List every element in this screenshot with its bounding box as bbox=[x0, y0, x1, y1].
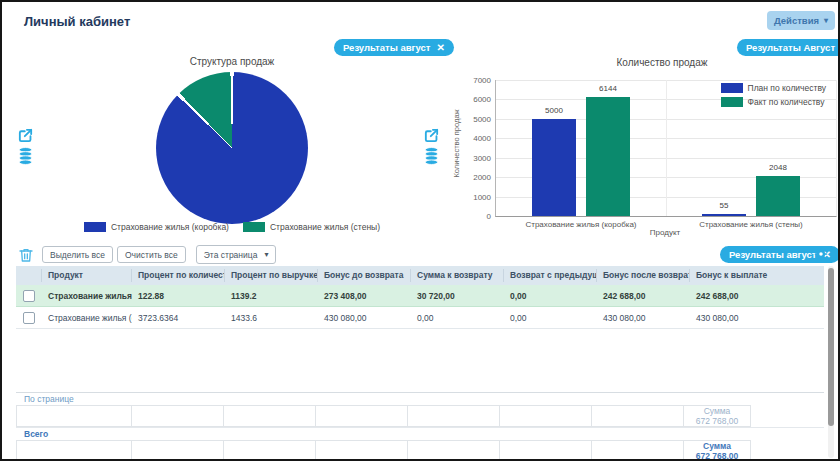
bar-value-label: 5000 bbox=[522, 106, 586, 115]
y-axis-label: Количество продаж bbox=[452, 84, 461, 204]
checkbox-cell bbox=[16, 290, 42, 302]
table-scrollbar-thumb[interactable] bbox=[828, 268, 834, 426]
summary-cell: Сумма672 768,00 bbox=[683, 440, 751, 461]
pie-chart-title: Структура продаж bbox=[132, 56, 332, 67]
clear-all-button[interactable]: Очистить все bbox=[117, 246, 186, 263]
bar-chart-title: Количество продаж bbox=[502, 57, 822, 68]
col-header[interactable]: Процент по выручке bbox=[225, 269, 318, 282]
y-tick-label: 0 bbox=[464, 212, 491, 221]
summary-cells-row: Сумма672 768,00 bbox=[16, 440, 824, 461]
gear-icon[interactable] bbox=[813, 246, 829, 262]
summary-cell bbox=[131, 440, 224, 461]
actions-button[interactable]: Действия ▾ bbox=[767, 11, 835, 30]
bar bbox=[756, 176, 800, 216]
table-cell: 122.88 bbox=[132, 291, 225, 301]
bar bbox=[532, 119, 576, 216]
y-tick-label: 4000 bbox=[464, 134, 491, 143]
y-tick-label: 3000 bbox=[464, 154, 491, 163]
summary-cell bbox=[499, 405, 592, 427]
y-tick-label: 7000 bbox=[464, 76, 491, 85]
table-cell: 30 720,00 bbox=[411, 291, 504, 301]
chevron-down-icon: ▾ bbox=[824, 16, 828, 25]
summary-cell bbox=[407, 440, 500, 461]
table-cell: Страхование жилья (ст... bbox=[42, 313, 132, 323]
select-all-button[interactable]: Выделить все bbox=[42, 246, 113, 263]
col-header[interactable]: Процент по количеству bbox=[132, 269, 225, 282]
bar bbox=[702, 214, 746, 216]
sum-label: Сумма bbox=[703, 441, 731, 451]
legend-item: Страхование жилья (коробка) bbox=[84, 222, 229, 232]
row-checkbox[interactable] bbox=[23, 312, 35, 324]
pie-filter-chip[interactable]: Результаты август ✕ bbox=[334, 39, 454, 56]
summary-cell bbox=[591, 405, 684, 427]
legend-swatch bbox=[721, 83, 743, 93]
table-cell: 0,00 bbox=[504, 291, 597, 301]
table-cell: 3723.6364 bbox=[132, 313, 225, 323]
table-cell: 242 688,00 bbox=[597, 291, 690, 301]
sum-value: 672 768,00 bbox=[696, 416, 739, 426]
table-cell: 430 080,00 bbox=[597, 313, 690, 323]
bar-value-label: 6144 bbox=[576, 84, 640, 93]
table-row[interactable]: Страхование жилья (ко...122.881139.2273 … bbox=[16, 285, 824, 307]
pie-tools bbox=[17, 127, 34, 165]
bar-value-label: 2048 bbox=[746, 163, 810, 172]
export-icon[interactable] bbox=[17, 127, 34, 144]
summary-cell bbox=[315, 405, 408, 427]
table-cell: 1433.6 bbox=[225, 313, 318, 323]
personal-account-page: Личный кабинет Действия ▾ Результаты авг… bbox=[0, 0, 840, 461]
y-tick-label: 2000 bbox=[464, 173, 491, 182]
chevron-down-icon: ▾ bbox=[264, 250, 268, 259]
page-summary-row: Сумма672 768,00 bbox=[16, 405, 824, 427]
summary-cell bbox=[315, 440, 408, 461]
page-scope-select[interactable]: Эта страница ▾ bbox=[196, 245, 277, 264]
summary-cell bbox=[131, 405, 224, 427]
pie-chart bbox=[156, 72, 308, 224]
trash-icon[interactable] bbox=[18, 247, 34, 263]
grid-divider bbox=[666, 80, 667, 216]
legend-swatch bbox=[721, 97, 743, 107]
table-body: Страхование жилья (ко...122.881139.2273 … bbox=[16, 285, 824, 329]
summary-cell bbox=[223, 405, 316, 427]
chip-label: Результаты Август bbox=[746, 42, 835, 53]
chip-label: Результаты август bbox=[729, 249, 816, 260]
legend-item: План по количеству bbox=[721, 83, 826, 93]
summary-cell: Сумма672 768,00 bbox=[683, 405, 751, 427]
summary-cells-row: Сумма672 768,00 bbox=[16, 405, 824, 427]
export-icon[interactable] bbox=[423, 127, 440, 144]
col-header[interactable]: Сумма к возврату bbox=[411, 269, 504, 282]
page-scope-value: Эта страница bbox=[204, 250, 258, 260]
table-cell: 0,00 bbox=[504, 313, 597, 323]
summary-cell bbox=[16, 405, 132, 427]
col-header[interactable]: Бонус к выплате bbox=[690, 269, 824, 282]
legend-item: Страхование жилья (стены) bbox=[243, 222, 380, 232]
table-cell: 273 408,00 bbox=[318, 291, 411, 301]
col-header[interactable]: Бонус до возврата bbox=[318, 269, 411, 282]
col-header[interactable]: Продукт bbox=[42, 269, 132, 282]
legend-label: Факт по количеству bbox=[748, 97, 825, 107]
results-table: ПродуктПроцент по количествуПроцент по в… bbox=[16, 266, 824, 461]
bar-tools bbox=[423, 127, 440, 165]
close-icon[interactable]: ✕ bbox=[436, 42, 444, 53]
legend-item: Факт по количеству bbox=[721, 97, 826, 107]
table-row[interactable]: Страхование жилья (ст...3723.63641433.64… bbox=[16, 307, 824, 329]
bar-filter-chip[interactable]: Результаты Август ✕ bbox=[737, 39, 840, 56]
sum-value: 672 768,00 bbox=[696, 451, 739, 461]
table-cell: Страхование жилья (ко... bbox=[42, 291, 132, 301]
col-header[interactable]: Возврат с предыдуще... bbox=[504, 269, 597, 282]
actions-button-label: Действия bbox=[774, 15, 819, 26]
col-header[interactable]: Бонус после возврата bbox=[597, 269, 690, 282]
summary-cell bbox=[407, 405, 500, 427]
y-tick-label: 6000 bbox=[464, 95, 491, 104]
bar-legend: План по количествуФакт по количеству bbox=[721, 83, 826, 107]
checkbox-cell bbox=[16, 312, 42, 324]
database-icon[interactable] bbox=[17, 147, 34, 165]
legend-label: Страхование жилья (стены) bbox=[270, 222, 380, 232]
bar bbox=[586, 97, 630, 216]
sum-label: Сумма bbox=[704, 406, 731, 416]
table-cell: 430 080,00 bbox=[690, 313, 824, 323]
x-axis-label: Продукт bbox=[495, 228, 835, 237]
total-summary-row: Сумма672 768,00 bbox=[16, 440, 824, 461]
legend-label: План по количеству bbox=[748, 83, 826, 93]
database-icon[interactable] bbox=[423, 147, 440, 165]
row-checkbox[interactable] bbox=[23, 290, 35, 302]
